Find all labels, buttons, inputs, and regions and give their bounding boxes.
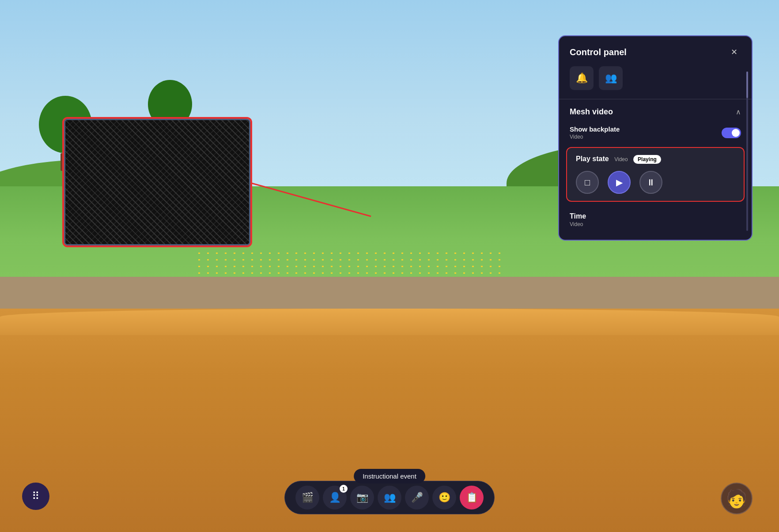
mesh-video-section-header[interactable]: Mesh video ∧ [559, 99, 752, 124]
scene-icon: 🎬 [302, 492, 314, 503]
play-state-header: Play state Video Playing [576, 155, 735, 164]
share-icon: 📋 [466, 492, 478, 503]
grid-button[interactable]: ⠿ [22, 483, 49, 510]
emoji-icon: 🙂 [439, 492, 450, 503]
participants-badge: 1 [340, 485, 348, 493]
stop-icon: □ [585, 177, 590, 188]
time-label: Time [570, 212, 741, 220]
play-state-sub: Video [614, 156, 628, 162]
emoji-button[interactable]: 🙂 [432, 486, 456, 509]
panel-header: Control panel ✕ [559, 36, 752, 66]
playing-badge: Playing [633, 155, 661, 164]
grid-icon: ⠿ [32, 490, 40, 502]
show-backplate-info: Show backplate Video [570, 125, 620, 140]
pause-icon: ⏸ [647, 177, 655, 188]
stop-button[interactable]: □ [576, 171, 599, 194]
play-state-title: Play state [576, 155, 609, 162]
share-button[interactable]: 📋 [460, 486, 484, 509]
show-backplate-label: Show backplate [570, 125, 620, 133]
panel-icons-row: 🔔 👥 [559, 66, 752, 99]
chevron-up-icon: ∧ [736, 108, 741, 116]
panel-scrollbar[interactable] [746, 72, 748, 231]
camera-icon: 📷 [356, 492, 368, 503]
mic-button[interactable]: 🎤 [405, 486, 429, 509]
close-button[interactable]: ✕ [727, 45, 741, 59]
instructional-event-tooltip: Instructional event [354, 469, 425, 483]
people-settings-icon: 👥 [605, 72, 617, 84]
participants-icon: 👤 [329, 492, 341, 503]
bell-icon: 🔔 [576, 72, 588, 84]
people-icon: 👥 [384, 492, 396, 503]
play-icon: ▶ [616, 177, 623, 188]
panel-title: Control panel [570, 47, 627, 57]
avatar-icon: 🧑 [726, 488, 748, 509]
toolbar: 🎬 👤 1 📷 👥 🎤 🙂 📋 [284, 481, 495, 514]
people-button[interactable]: 👥 [378, 486, 401, 509]
time-section: Time Video [559, 209, 752, 231]
time-sub: Video [570, 221, 741, 227]
video-screen [64, 119, 250, 245]
scene-button[interactable]: 🎬 [295, 486, 319, 509]
control-panel: Control panel ✕ 🔔 👥 Mesh video ∧ Show ba… [558, 35, 753, 241]
mic-icon: 🎤 [411, 492, 423, 503]
show-backplate-toggle[interactable] [722, 128, 741, 138]
video-screen-container [62, 117, 252, 247]
mesh-pattern [65, 120, 249, 244]
play-controls: □ ▶ ⏸ [576, 171, 735, 194]
pause-button[interactable]: ⏸ [639, 171, 662, 194]
play-state-box: Play state Video Playing □ ▶ ⏸ [566, 147, 745, 202]
people-settings-button[interactable]: 👥 [599, 66, 623, 90]
play-button[interactable]: ▶ [608, 171, 631, 194]
show-backplate-row: Show backplate Video [559, 124, 752, 147]
mesh-video-title: Mesh video [570, 107, 613, 117]
panel-scrollbar-thumb [746, 72, 748, 98]
bell-icon-button[interactable]: 🔔 [570, 66, 594, 90]
avatar-button[interactable]: 🧑 [721, 483, 753, 514]
flowers [195, 250, 507, 276]
floor-surface [0, 309, 779, 335]
camera-button[interactable]: 📷 [350, 486, 374, 509]
show-backplate-sub: Video [570, 134, 620, 140]
participants-button[interactable]: 👤 1 [323, 486, 347, 509]
tooltip-text: Instructional event [363, 472, 416, 480]
